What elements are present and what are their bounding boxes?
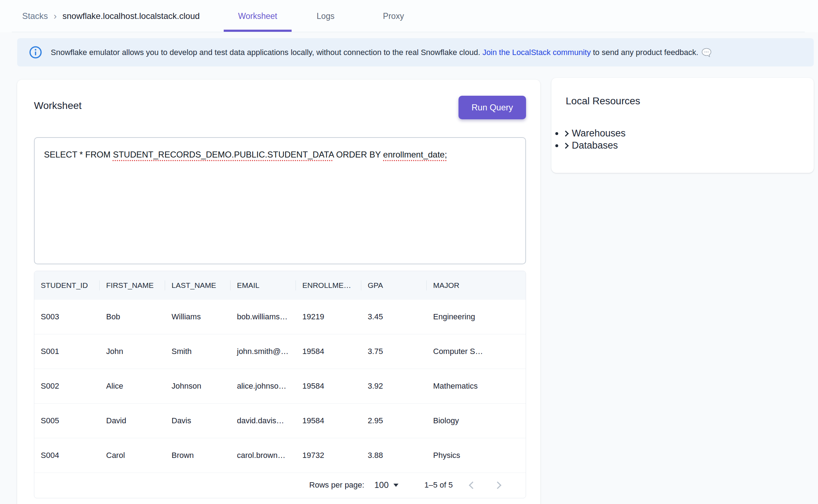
table-cell: 3.45 [361, 312, 427, 321]
next-page-button[interactable] [490, 476, 507, 494]
table-row[interactable]: S001JohnSmithjohn.smith@…195843.75Comput… [34, 334, 526, 369]
tab-logs[interactable]: Logs [292, 0, 360, 32]
rows-per-page-select[interactable]: 100 [374, 480, 398, 490]
sql-text: ORDER BY [334, 150, 383, 159]
table-cell: david.davis… [230, 416, 296, 425]
table-cell: john.smith@… [230, 347, 296, 356]
table-cell: 3.88 [361, 451, 427, 460]
chevron-right-icon [563, 131, 569, 137]
dropdown-arrow-icon [393, 484, 398, 487]
results-grid: STUDENT_IDFIRST_NAMELAST_NAMEEMAILENROLL… [34, 271, 526, 498]
table-cell: John [100, 347, 165, 356]
feedback-bubble-icon [701, 48, 712, 58]
prev-page-button[interactable] [463, 476, 480, 494]
breadcrumb: Stacks › snowflake.localhost.localstack.… [22, 0, 200, 32]
table-cell: Physics [427, 451, 526, 460]
header-cell[interactable]: MAJOR [427, 271, 526, 300]
table-cell: Computer S… [427, 347, 526, 356]
header-cell[interactable]: EMAIL [230, 271, 296, 300]
table-header-row: STUDENT_IDFIRST_NAMELAST_NAMEEMAILENROLL… [34, 271, 526, 300]
resource-item-databases[interactable]: Databases [564, 139, 626, 151]
banner-text: Snowflake emulator allows you to develop… [51, 48, 698, 57]
table-cell: 3.75 [361, 347, 427, 356]
table-cell: S002 [34, 381, 100, 391]
table-cell: Alice [100, 381, 165, 391]
breadcrumb-separator: › [54, 11, 57, 22]
table-cell: carol.brown… [230, 451, 296, 460]
table-row[interactable]: S002AliceJohnsonalice.johnso…195843.92Ma… [34, 369, 526, 404]
info-banner: Snowflake emulator allows you to develop… [17, 38, 814, 66]
table-cell: Engineering [427, 312, 526, 321]
resource-item-label: Warehouses [572, 128, 626, 139]
pagination-bar: Rows per page: 100 1–5 of 5 [34, 472, 526, 498]
header-cell[interactable]: ENROLLME… [296, 271, 361, 300]
rows-per-page-value: 100 [374, 480, 388, 490]
sql-editor[interactable]: SELECT * FROM STUDENT_RECORDS_DEMO.PUBLI… [34, 137, 526, 264]
table-cell: 19732 [296, 451, 361, 460]
chevron-right-icon [563, 143, 569, 149]
banner-text-after: to send any product feedback. [591, 48, 698, 57]
run-query-button[interactable]: Run Query [458, 96, 526, 119]
table-cell: Smith [165, 347, 230, 356]
table-cell: Mathematics [427, 381, 526, 391]
table-row[interactable]: S005DavidDavisdavid.davis…195842.95Biolo… [34, 404, 526, 438]
table-cell: 3.92 [361, 381, 427, 391]
table-body: S003BobWilliamsbob.williams…192193.45Eng… [34, 300, 526, 473]
chevron-right-icon [494, 481, 501, 489]
resource-item-label: Databases [572, 140, 618, 151]
chevron-left-icon [469, 481, 476, 489]
table-cell: alice.johnso… [230, 381, 296, 391]
sql-text: SELECT * FROM [44, 150, 113, 159]
tab-bar: Worksheet Logs Proxy [224, 0, 427, 32]
breadcrumb-current-stack: snowflake.localhost.localstack.cloud [63, 11, 200, 21]
banner-text-before: Snowflake emulator allows you to develop… [51, 48, 482, 57]
local-resources-title: Local Resources [566, 95, 640, 107]
table-cell: S005 [34, 416, 100, 425]
header-cell[interactable]: STUDENT_ID [34, 271, 100, 300]
table-row[interactable]: S003BobWilliamsbob.williams…192193.45Eng… [34, 300, 526, 334]
table-cell: S003 [34, 312, 100, 321]
table-cell: 19584 [296, 381, 361, 391]
nav-divider [12, 32, 805, 32]
community-link[interactable]: Join the LocalStack community [482, 48, 591, 57]
header-cell[interactable]: GPA [361, 271, 427, 300]
table-cell: S001 [34, 347, 100, 356]
rows-per-page-label: Rows per page: [309, 480, 364, 490]
pagination-range: 1–5 of 5 [424, 480, 453, 490]
tab-proxy[interactable]: Proxy [360, 0, 427, 32]
table-cell: Johnson [165, 381, 230, 391]
local-resources-panel: Local Resources Warehouses Databases [551, 78, 814, 173]
table-cell: Williams [165, 312, 230, 321]
table-row[interactable]: S004CarolBrowncarol.brown…197323.88Physi… [34, 438, 526, 473]
table-cell: Brown [165, 451, 230, 460]
table-cell: 19219 [296, 312, 361, 321]
table-cell: David [100, 416, 165, 425]
table-cell: bob.williams… [230, 312, 296, 321]
resource-item-warehouses[interactable]: Warehouses [564, 127, 626, 139]
local-resources-list: Warehouses Databases [551, 127, 626, 151]
table-cell: Carol [100, 451, 165, 460]
info-icon [29, 46, 42, 59]
table-cell: 19584 [296, 416, 361, 425]
sql-order-field: enrollment_date; [383, 150, 447, 159]
worksheet-panel: Worksheet Run Query SELECT * FROM STUDEN… [17, 80, 540, 504]
header-cell[interactable]: FIRST_NAME [100, 271, 165, 300]
table-cell: 19584 [296, 347, 361, 356]
worksheet-panel-title: Worksheet [34, 100, 81, 111]
sql-query-line: SELECT * FROM STUDENT_RECORDS_DEMO.PUBLI… [44, 149, 516, 161]
table-cell: 2.95 [361, 416, 427, 425]
table-cell: S004 [34, 451, 100, 460]
breadcrumb-stacks-link[interactable]: Stacks [22, 11, 48, 21]
tab-worksheet[interactable]: Worksheet [224, 0, 292, 32]
sql-table-ref: STUDENT_RECORDS_DEMO.PUBLIC.STUDENT_DATA [113, 150, 334, 159]
table-cell: Davis [165, 416, 230, 425]
table-cell: Biology [427, 416, 526, 425]
header-cell[interactable]: LAST_NAME [165, 271, 230, 300]
table-cell: Bob [100, 312, 165, 321]
top-nav-bar: Stacks › snowflake.localhost.localstack.… [0, 0, 818, 32]
